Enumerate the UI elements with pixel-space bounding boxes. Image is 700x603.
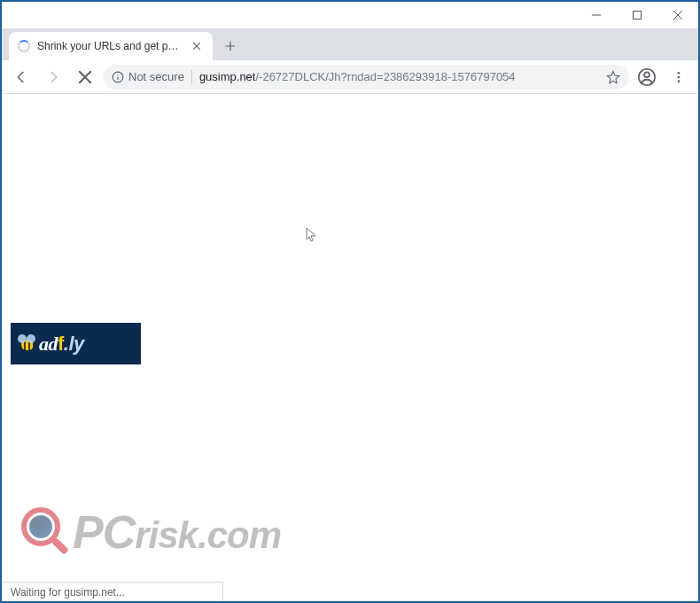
bookmark-button[interactable]: [606, 70, 620, 84]
magnifier-icon: [18, 507, 67, 557]
account-button[interactable]: [633, 63, 661, 91]
page-viewport: adf.ly PCrisk.com Waiting for gusimp.net…: [2, 94, 698, 601]
pcrisk-watermark: PCrisk.com: [18, 505, 281, 559]
status-text: Waiting for gusimp.net...: [11, 586, 125, 599]
new-tab-button[interactable]: [218, 34, 243, 59]
tab-active[interactable]: Shrink your URLs and get paid!: [9, 32, 213, 60]
info-icon: [112, 71, 124, 83]
tab-title: Shrink your URLs and get paid!: [37, 40, 183, 52]
svg-point-5: [678, 75, 681, 78]
stop-button[interactable]: [71, 63, 99, 91]
security-text: Not secure: [128, 70, 184, 83]
browser-toolbar: Not secure gusimp.net/-26727DLCK/Jh?rnda…: [2, 60, 698, 94]
tab-strip: Shrink your URLs and get paid!: [2, 28, 698, 60]
security-indicator[interactable]: Not secure: [112, 70, 184, 83]
bee-icon: [16, 334, 35, 354]
menu-button[interactable]: [665, 63, 693, 91]
svg-rect-0: [634, 12, 642, 20]
watermark-text: PCrisk.com: [73, 505, 281, 559]
window-maximize-button[interactable]: [617, 2, 657, 28]
status-bar: Waiting for gusimp.net...: [2, 582, 223, 601]
svg-point-4: [678, 72, 681, 74]
window-minimize-button[interactable]: [576, 2, 617, 28]
forward-button[interactable]: [39, 63, 67, 91]
address-bar[interactable]: Not secure gusimp.net/-26727DLCK/Jh?rnda…: [103, 65, 629, 90]
tab-close-button[interactable]: [190, 39, 204, 53]
omnibox-divider: [191, 70, 192, 84]
back-button[interactable]: [7, 63, 35, 91]
adfly-logo: adf.ly: [11, 323, 141, 364]
cursor-icon: [305, 227, 317, 243]
adfly-logo-text: adf.ly: [39, 333, 84, 356]
url-text: gusimp.net/-26727DLCK/Jh?rndad=238629391…: [199, 70, 599, 83]
svg-point-3: [644, 72, 649, 77]
svg-point-6: [678, 80, 681, 82]
loading-spinner-icon: [18, 40, 30, 52]
window-close-button[interactable]: [657, 2, 698, 28]
